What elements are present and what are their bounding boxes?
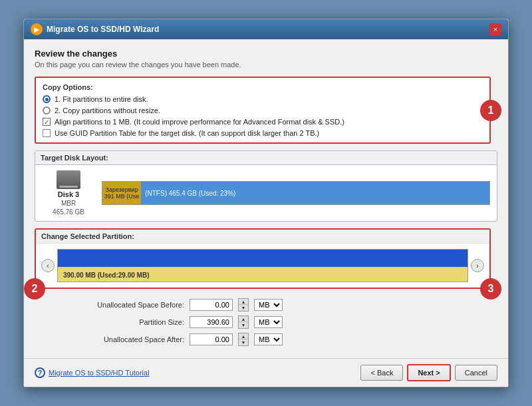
option-3-row: ✓ Align partitions to 1 MB. (It could im… <box>43 118 483 126</box>
help-link[interactable]: Migrate OS to SSD/HD Tutorial <box>49 369 150 377</box>
partition-size-spinners: ▲ ▼ <box>238 315 249 329</box>
option-1-radio[interactable] <box>43 95 51 103</box>
option-2-row: 2. Copy partitions without resize. <box>43 106 483 114</box>
unallocated-after-spinners: ▲ ▼ <box>238 333 249 346</box>
target-disk-section: Target Disk Layout: Disk 3 MBR 465.76 GB… <box>35 150 497 222</box>
partition-bar: 390.00 MB (Used:29.00 MB) <box>57 249 468 282</box>
partition-bar-label: 390.00 MB (Used:29.00 MB) <box>63 272 150 279</box>
page-subtitle: On this page you can review the changes … <box>35 61 497 69</box>
unallocated-before-label: Unallocated Space Before: <box>74 301 184 309</box>
disk-bar: Зарезервир 391 MB (Use (NTFS) 465.4 GB (… <box>102 181 490 205</box>
partition-size-down[interactable]: ▼ <box>239 322 248 328</box>
option-3-label: Align partitions to 1 MB. (It could impr… <box>55 118 344 126</box>
unallocated-after-unit[interactable]: MBGB <box>254 333 283 345</box>
reserved-size: 391 MB (Use <box>104 193 140 200</box>
footer-right: < Back Next > Cancel <box>360 364 497 381</box>
disk-name: Disk 3 <box>58 190 79 198</box>
unallocated-after-up[interactable]: ▲ <box>239 333 248 339</box>
help-icon[interactable]: ? <box>35 367 45 378</box>
window-title: Migrate OS to SSD/HD Wizard <box>47 25 159 34</box>
option-2-label: 2. Copy partitions without resize. <box>55 106 160 114</box>
cancel-button[interactable]: Cancel <box>455 365 497 381</box>
unallocated-after-input[interactable] <box>190 333 233 345</box>
copy-options-section: Copy Options: 1. Fit partitions to entir… <box>35 77 491 144</box>
disk-info: Disk 3 MBR 465.76 GB <box>42 170 95 216</box>
option-1-row: 1. Fit partitions to entire disk. <box>43 95 483 103</box>
next-button[interactable]: Next > <box>407 364 450 381</box>
option-3-checkbox[interactable]: ✓ <box>43 118 51 126</box>
disk-type: MBR <box>61 200 76 207</box>
partition-nav-right[interactable]: › <box>471 259 484 272</box>
close-button[interactable]: × <box>489 23 501 35</box>
target-disk-label: Target Disk Layout: <box>35 151 497 165</box>
unallocated-before-row: Unallocated Space Before: ▲ ▼ MBGB <box>74 298 484 311</box>
content-area: Review the changes On this page you can … <box>24 39 508 358</box>
disk-size: 465.76 GB <box>53 208 84 216</box>
partition-size-label: Partition Size: <box>74 318 184 326</box>
target-disk-body: Disk 3 MBR 465.76 GB Зарезервир 391 MB (… <box>35 165 497 221</box>
ntfs-label: (NTFS) <box>145 190 167 197</box>
unallocated-before-unit[interactable]: MBGB <box>254 299 283 311</box>
option-4-label: Use GUID Partition Table for the target … <box>55 129 319 137</box>
partition-size-row: Partition Size: ▲ ▼ MBGB <box>74 315 484 329</box>
unallocated-before-up[interactable]: ▲ <box>239 299 248 305</box>
footer: ? Migrate OS to SSD/HD Tutorial < Back N… <box>24 358 508 387</box>
unallocated-after-row: Unallocated Space After: ▲ ▼ MBGB <box>74 333 484 346</box>
ntfs-size: 465.4 GB (Used: 23%) <box>169 190 236 197</box>
spinners-section: Unallocated Space Before: ▲ ▼ MBGB Parti… <box>35 296 497 349</box>
disk-icon <box>57 170 80 189</box>
partition-size-unit[interactable]: MBGB <box>254 316 283 328</box>
option-4-row: Use GUID Partition Table for the target … <box>43 129 483 137</box>
badge-3: 3 <box>480 278 501 300</box>
back-button[interactable]: < Back <box>360 365 403 381</box>
change-partition-section: Change Selected Partition: ‹ 390.00 MB (… <box>35 228 491 289</box>
page-title: Review the changes <box>35 49 497 59</box>
badge-2: 2 <box>24 278 45 300</box>
option-1-label: 1. Fit partitions to entire disk. <box>55 95 148 103</box>
reserved-label: Зарезервир <box>106 186 138 193</box>
badge-1: 1 <box>480 100 501 121</box>
unallocated-before-spinners: ▲ ▼ <box>238 298 249 311</box>
change-partition-label: Change Selected Partition: <box>36 230 489 244</box>
unallocated-before-input[interactable] <box>190 299 233 311</box>
partition-size-input[interactable] <box>190 316 233 328</box>
titlebar: ▶ Migrate OS to SSD/HD Wizard × <box>24 19 508 39</box>
partition-bar-blue <box>58 250 467 267</box>
unallocated-after-label: Unallocated Space After: <box>74 335 184 343</box>
disk-bar-reserved: Зарезервир 391 MB (Use <box>102 182 141 204</box>
partition-size-up[interactable]: ▲ <box>239 316 248 322</box>
footer-left: ? Migrate OS to SSD/HD Tutorial <box>35 367 150 378</box>
partition-nav-left[interactable]: ‹ <box>41 259 55 272</box>
unallocated-before-down[interactable]: ▼ <box>239 305 248 311</box>
disk-bar-ntfs: (NTFS) 465.4 GB (Used: 23%) <box>141 182 489 204</box>
option-4-checkbox[interactable] <box>43 129 51 137</box>
unallocated-after-down[interactable]: ▼ <box>239 339 248 345</box>
app-icon: ▶ <box>31 23 43 35</box>
main-window: ▶ Migrate OS to SSD/HD Wizard × Review t… <box>23 19 509 387</box>
change-partition-body: ‹ 390.00 MB (Used:29.00 MB) › <box>36 244 489 288</box>
titlebar-left: ▶ Migrate OS to SSD/HD Wizard <box>31 23 159 35</box>
option-2-radio[interactable] <box>43 106 51 114</box>
copy-options-label: Copy Options: <box>43 83 483 91</box>
